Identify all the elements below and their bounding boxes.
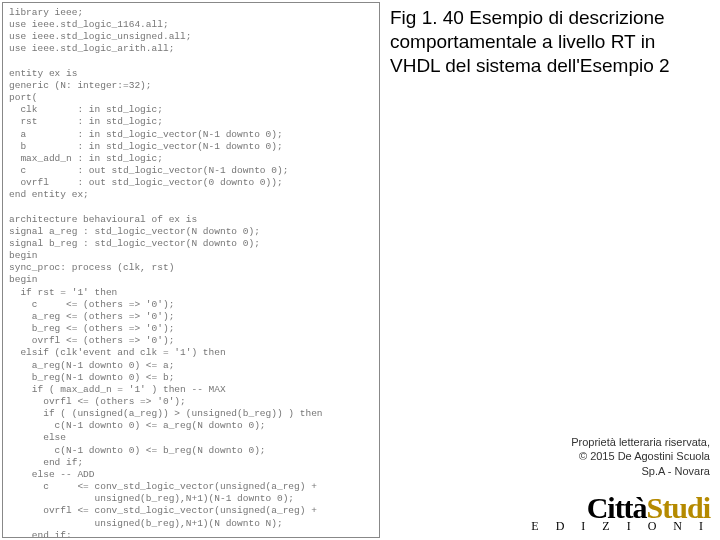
copyright-line: © 2015 De Agostini Scuola (490, 449, 710, 463)
figure-caption: Fig 1. 40 Esempio di descrizione comport… (390, 6, 710, 77)
copyright-notice: Proprietà letteraria riservata, © 2015 D… (490, 435, 710, 478)
publisher-logo: CittàStudi E D I Z I O N I (500, 494, 710, 534)
copyright-line: Sp.A - Novara (490, 464, 710, 478)
copyright-line: Proprietà letteraria riservata, (490, 435, 710, 449)
vhdl-source: library ieee; use ieee.std_logic_1164.al… (9, 7, 373, 538)
logo-brand: CittàStudi (500, 494, 710, 521)
code-block: library ieee; use ieee.std_logic_1164.al… (2, 2, 380, 538)
logo-subtitle: E D I Z I O N I (500, 519, 710, 534)
